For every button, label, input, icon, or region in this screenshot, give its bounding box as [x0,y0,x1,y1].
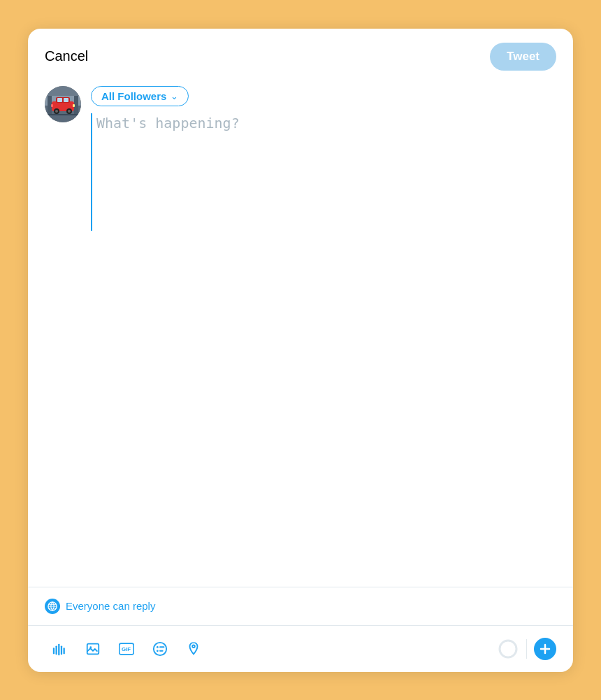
reply-text: Everyone can reply [66,600,155,612]
compose-modal: Cancel Tweet [28,29,573,672]
svg-rect-18 [53,648,55,654]
compose-spacer [45,231,556,581]
audience-selector[interactable]: All Followers ⌄ [91,86,189,106]
svg-point-10 [55,110,58,113]
svg-rect-13 [73,104,75,107]
svg-point-29 [157,650,159,652]
compose-area: All Followers ⌄ [28,78,573,581]
svg-rect-21 [61,645,62,655]
svg-rect-14 [51,104,53,107]
svg-rect-2 [45,86,81,96]
poll-icon[interactable] [145,634,175,664]
svg-point-27 [154,642,166,655]
svg-text:GIF: GIF [122,646,131,652]
chevron-down-icon: ⌄ [171,91,178,101]
toolbar-divider [526,639,527,659]
audience-label: All Followers [101,90,166,102]
compose-row: All Followers ⌄ [45,86,556,231]
reply-setting[interactable]: Everyone can reply [28,587,573,625]
compose-input[interactable] [91,113,556,231]
svg-point-28 [157,645,159,648]
svg-rect-7 [57,98,62,102]
globe-icon [45,599,60,614]
compose-right: All Followers ⌄ [91,86,556,231]
svg-rect-19 [56,645,57,655]
svg-rect-15 [45,114,81,115]
svg-point-33 [500,641,516,657]
svg-rect-22 [64,648,65,654]
svg-rect-8 [64,98,68,102]
image-icon[interactable] [78,634,108,664]
cancel-button[interactable]: Cancel [45,45,88,67]
modal-header: Cancel Tweet [28,29,573,78]
character-count [497,638,519,660]
svg-point-32 [192,645,195,648]
svg-rect-20 [58,643,59,655]
toolbar: GIF [28,625,573,672]
audio-icon[interactable] [45,634,74,664]
avatar [45,86,81,122]
tweet-button[interactable]: Tweet [490,43,556,71]
add-thread-button[interactable] [534,638,556,660]
gif-icon[interactable]: GIF [112,634,141,664]
location-icon[interactable] [179,634,208,664]
svg-point-12 [68,110,71,113]
